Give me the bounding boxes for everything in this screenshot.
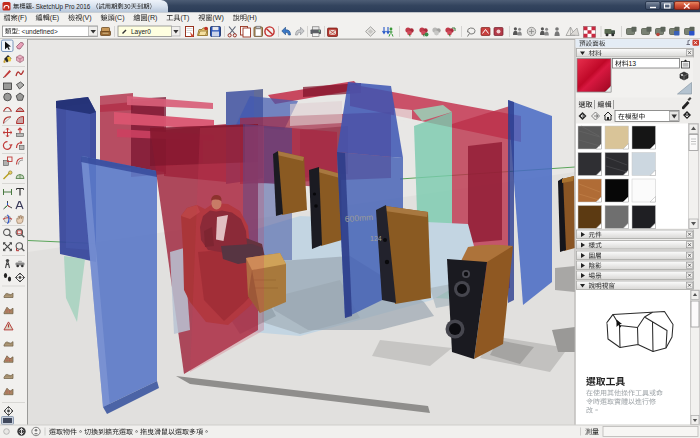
svg-text:13: 13 <box>629 60 637 67</box>
svg-text:124: 124 <box>370 235 382 242</box>
svg-text:Layer0: Layer0 <box>131 28 151 36</box>
svg-text:(E): (E) <box>50 14 59 22</box>
svg-text:(R): (R) <box>148 14 158 22</box>
svg-text:(T): (T) <box>180 14 189 22</box>
svg-text:(C): (C) <box>115 14 125 22</box>
svg-text:(H): (H) <box>247 14 257 22</box>
svg-text:(V): (V) <box>82 14 91 22</box>
svg-text:: <undefined>: : <undefined> <box>18 28 58 35</box>
svg-text:600mm: 600mm <box>344 212 373 224</box>
svg-text:(F): (F) <box>18 14 27 22</box>
svg-text:- SketchUp Pro 2016: - SketchUp Pro 2016 <box>32 3 91 11</box>
svg-text:(W): (W) <box>212 14 223 22</box>
